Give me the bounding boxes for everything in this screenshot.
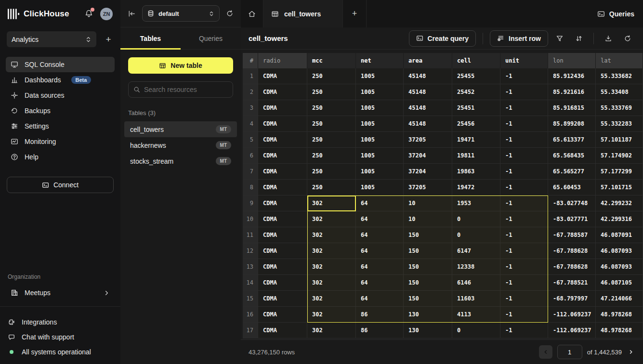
table-cell[interactable]: 65.565277 [548,164,596,179]
table-cell[interactable]: CDMA [258,195,307,211]
table-cell[interactable]: 37205 [404,180,452,195]
table-cell[interactable]: 45148 [404,100,452,116]
table-cell[interactable]: 57.101187 [596,132,643,147]
table-cell[interactable]: 250 [307,100,356,116]
table-cell[interactable]: 48.978268 [596,307,643,322]
new-table-button[interactable]: New table [128,57,233,74]
table-cell[interactable]: -67.788628 [548,259,596,274]
table-cell[interactable]: -1 [500,275,548,290]
table-cell[interactable]: 150 [404,243,452,259]
row-number[interactable]: 7 [243,164,258,179]
table-cell[interactable]: 250 [307,148,356,163]
table-cell[interactable]: 4113 [452,307,500,322]
table-cell[interactable]: 37205 [404,132,452,147]
sidebar-item-help[interactable]: Help [6,149,115,165]
table-cell[interactable]: 19811 [452,148,500,163]
table-cell[interactable]: 57.177299 [596,164,643,179]
table-cell[interactable]: 130 [404,307,452,322]
table-cell[interactable]: 55.332283 [596,116,643,131]
table-cell[interactable]: 47.214066 [596,291,643,306]
row-number[interactable]: 11 [243,227,258,243]
table-cell[interactable]: 45148 [404,116,452,131]
system-status[interactable]: All systems operational [0,344,120,359]
table-cell[interactable]: -67.788521 [548,275,596,290]
table-cell[interactable]: 6146 [452,275,500,290]
row-number[interactable]: 10 [243,211,258,227]
table-cell[interactable]: 1005 [356,84,404,100]
table-cell[interactable]: 11603 [452,291,500,306]
table-cell[interactable]: -1 [500,243,548,259]
table-cell[interactable]: 64 [356,259,404,274]
table-cell[interactable]: 1005 [356,164,404,179]
table-cell[interactable]: 1005 [356,148,404,163]
table-cell[interactable]: 302 [307,275,356,290]
table-cell[interactable]: 250 [307,180,356,195]
table-cell[interactable]: 85.921616 [548,84,596,100]
row-number[interactable]: 4 [243,116,258,131]
new-tab-button[interactable]: + [343,0,367,27]
table-cell[interactable]: 302 [307,243,356,259]
table-cell[interactable]: 1005 [356,68,404,84]
table-cell[interactable]: -67.788587 [548,227,596,243]
table-cell[interactable]: CDMA [258,243,307,259]
table-cell[interactable]: -1 [500,68,548,84]
table-cell[interactable]: -112.069237 [548,307,596,322]
row-number[interactable]: 3 [243,100,258,116]
table-cell[interactable]: 150 [404,275,452,290]
page-number-input[interactable] [557,345,582,359]
row-number[interactable]: 15 [243,291,258,306]
filter-button[interactable] [552,30,567,47]
table-cell[interactable]: 65.613377 [548,132,596,147]
table-cell[interactable]: -67.788628 [548,243,596,259]
sidebar-item-chat-support[interactable]: Chat with support [0,329,120,344]
table-cell[interactable]: 10 [404,195,452,211]
row-number[interactable]: 13 [243,259,258,274]
table-cell[interactable]: 25451 [452,100,500,116]
sidebar-item-data-sources[interactable]: Data sources [6,88,115,103]
table-cell[interactable]: CDMA [258,116,307,131]
column-header-lat[interactable]: lat [596,53,643,68]
table-cell[interactable]: 25456 [452,116,500,131]
table-cell[interactable]: 302 [307,307,356,322]
sidebar-item-sql-console[interactable]: SQL Console [6,57,115,72]
column-header-cell[interactable]: cell [452,53,500,68]
table-cell[interactable]: 19471 [452,132,500,147]
table-cell[interactable]: 64 [356,243,404,259]
table-cell[interactable]: 85.899208 [548,116,596,131]
table-cell[interactable]: 10 [404,211,452,227]
table-cell[interactable]: 55.333682 [596,68,643,84]
row-number[interactable]: 8 [243,180,258,195]
table-cell[interactable]: CDMA [258,132,307,147]
table-cell[interactable]: 1953 [452,195,500,211]
column-header-mcc[interactable]: mcc [307,53,356,68]
table-cell[interactable]: 302 [307,291,356,306]
table-cell[interactable]: 302 [307,227,356,243]
refresh-data-button[interactable] [620,30,635,47]
table-cell[interactable]: CDMA [258,211,307,227]
table-cell[interactable]: 45148 [404,84,452,100]
sidebar-item-backups[interactable]: Backups [6,103,115,118]
table-cell[interactable]: 55.333769 [596,100,643,116]
table-cell[interactable]: 130 [404,323,452,338]
queries-button[interactable]: Queries [597,10,634,18]
notifications-button[interactable] [84,9,93,18]
table-cell[interactable]: 86 [356,323,404,338]
sidebar-item-monitoring[interactable]: Monitoring [6,134,115,149]
table-cell[interactable]: -1 [500,291,548,306]
tab-queries[interactable]: Queries [181,27,241,49]
table-cell[interactable]: CDMA [258,275,307,290]
table-cell[interactable]: 150 [404,291,452,306]
column-header-net[interactable]: net [356,53,404,68]
table-cell[interactable]: 1005 [356,116,404,131]
row-number[interactable]: 16 [243,307,258,322]
table-cell[interactable]: 0 [452,211,500,227]
table-cell[interactable]: -68.797997 [548,291,596,306]
table-cell[interactable]: -1 [500,84,548,100]
connect-button[interactable]: Connect [7,177,114,193]
table-cell[interactable]: 57.101715 [596,180,643,195]
table-cell[interactable]: 37204 [404,148,452,163]
table-cell[interactable]: 150 [404,227,452,243]
table-cell[interactable]: 64 [356,227,404,243]
table-cell[interactable]: 150 [404,259,452,274]
table-cell[interactable]: CDMA [258,291,307,306]
